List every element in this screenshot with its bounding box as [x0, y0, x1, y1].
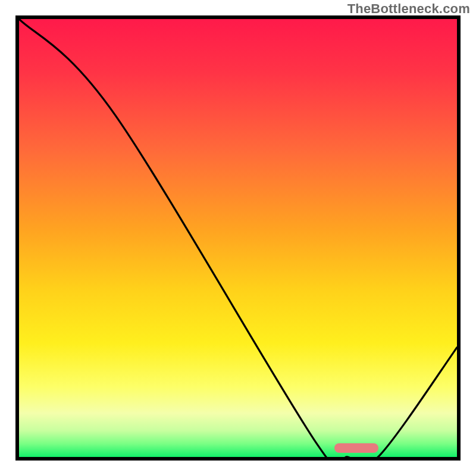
bottleneck-curve [19, 19, 457, 457]
chart-frame [15, 15, 461, 461]
watermark-text: TheBottleneck.com [347, 1, 470, 17]
